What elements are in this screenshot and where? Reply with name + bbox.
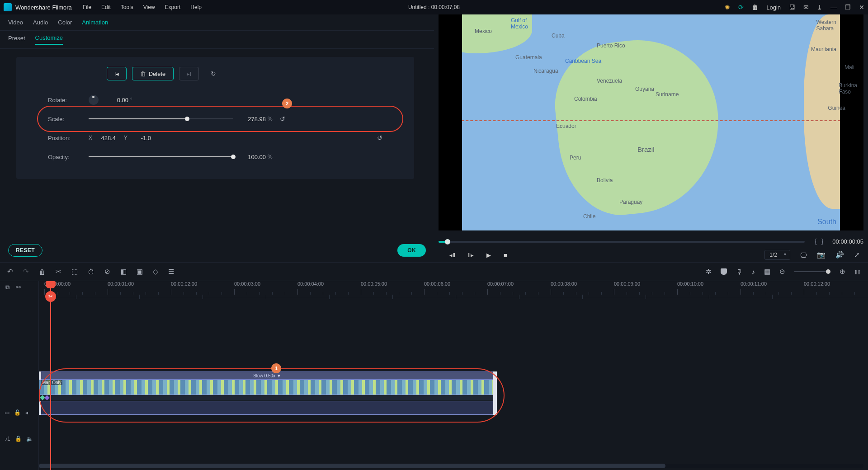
- menu-file[interactable]: File: [83, 4, 91, 10]
- save-icon[interactable]: 🖫: [789, 4, 795, 11]
- crop-icon[interactable]: ⬚: [71, 268, 78, 276]
- zoom-slider[interactable]: [794, 271, 830, 272]
- download-icon[interactable]: ⤓: [817, 4, 822, 11]
- lbl-chile: Chile: [583, 213, 595, 220]
- display-icon[interactable]: 🖵: [800, 251, 807, 259]
- zoom-fit-icon[interactable]: ⫿⫿: [854, 268, 861, 275]
- playback-progress[interactable]: [439, 238, 805, 244]
- clip-speed-label[interactable]: Slow 0.50x ▼: [39, 371, 495, 380]
- snapshot-icon[interactable]: 📷: [817, 251, 826, 259]
- step-back-icon[interactable]: ◂Ⅱ: [449, 252, 455, 258]
- menu-tools[interactable]: Tools: [121, 4, 133, 10]
- menu-edit[interactable]: Edit: [101, 4, 111, 10]
- subtab-preset[interactable]: Preset: [8, 35, 25, 44]
- step-forward-icon[interactable]: Ⅱ▸: [468, 252, 474, 258]
- lbl-guinea: Guinea: [828, 105, 845, 111]
- play-icon[interactable]: ▶: [486, 252, 491, 258]
- delete-icon[interactable]: 🗑: [752, 4, 758, 11]
- preview-quality-select[interactable]: 1/2: [764, 250, 790, 260]
- mix-icon[interactable]: ✲: [706, 268, 712, 276]
- ruler-tick: 00:00:09:00: [614, 281, 640, 287]
- rotate-label: Rotate:: [48, 97, 89, 103]
- playhead-grip-icon[interactable]: [46, 281, 56, 288]
- timeline[interactable]: ⧉ ⚯ ▭ 🔓 ◂ ♪1 🔓 🔈 00:00:00:0000:00:01:000…: [0, 281, 868, 470]
- music-icon[interactable]: ♪: [752, 268, 755, 276]
- scale-slider[interactable]: [89, 116, 233, 122]
- close-button[interactable]: ✕: [859, 4, 864, 11]
- fullscreen-icon[interactable]: ⤢: [854, 251, 860, 259]
- update-icon[interactable]: ⟳: [738, 4, 744, 11]
- clip-name: Map Only: [41, 380, 62, 385]
- scale-reset-icon[interactable]: ↺: [280, 115, 285, 122]
- undo-icon[interactable]: ↶: [7, 268, 13, 276]
- opacity-input[interactable]: [243, 154, 266, 160]
- menu-help[interactable]: Help: [190, 4, 202, 10]
- mark-out-brace[interactable]: }: [821, 238, 824, 245]
- tab-color[interactable]: Color: [58, 19, 72, 26]
- green-screen-icon[interactable]: ▣: [137, 268, 143, 276]
- clip-audio-lane[interactable]: [39, 401, 495, 415]
- ok-button[interactable]: OK: [397, 244, 426, 257]
- time-ruler[interactable]: 00:00:00:0000:00:01:0000:00:02:0000:00:0…: [39, 281, 868, 298]
- tab-video[interactable]: Video: [8, 19, 23, 26]
- prev-keyframe-button[interactable]: I◂: [107, 67, 127, 80]
- voiceover-icon[interactable]: 🎙: [736, 268, 743, 276]
- maximize-button[interactable]: ❐: [845, 4, 851, 11]
- opacity-slider[interactable]: [89, 154, 233, 160]
- delete-clip-icon[interactable]: 🗑: [39, 268, 46, 276]
- volume-icon[interactable]: 🔊: [835, 251, 844, 259]
- clip-keyframe-lane[interactable]: [39, 395, 495, 401]
- subtab-customize[interactable]: Customize: [35, 34, 63, 45]
- menu-view[interactable]: View: [143, 4, 155, 10]
- video-track-header[interactable]: ▭ 🔓 ◂: [0, 397, 38, 428]
- message-icon[interactable]: ✉: [803, 4, 809, 11]
- mark-in-brace[interactable]: {: [815, 238, 817, 245]
- track-add-icon[interactable]: ⧉: [5, 284, 9, 291]
- color-icon[interactable]: ◧: [120, 268, 127, 276]
- mute-icon[interactable]: 🔈: [26, 436, 33, 442]
- timeline-scrollbar[interactable]: [39, 464, 863, 468]
- tab-animation[interactable]: Animation: [82, 19, 108, 26]
- delete-keyframe-button[interactable]: 🗑 Delete: [132, 67, 174, 80]
- minimize-button[interactable]: —: [830, 4, 837, 11]
- adjust-icon[interactable]: ☰: [168, 268, 174, 276]
- redo-icon[interactable]: ↷: [23, 268, 29, 276]
- preview-viewport[interactable]: Gulf of Mexico Mexico Cuba Puerto Rico C…: [439, 14, 863, 230]
- next-keyframe-button: ▸I: [179, 67, 199, 80]
- speed-icon[interactable]: ⏱: [88, 268, 94, 276]
- rotate-input[interactable]: [106, 97, 128, 103]
- video-clip[interactable]: Slow 0.50x ▼ ▶ Map Only: [39, 371, 495, 415]
- playhead[interactable]: ✂: [50, 281, 51, 470]
- lbl-guat: Guatemala: [515, 54, 542, 61]
- lock-icon[interactable]: 🔓: [15, 436, 22, 442]
- tab-audio[interactable]: Audio: [33, 19, 48, 26]
- split-icon[interactable]: ✂: [56, 268, 61, 276]
- marker-icon[interactable]: [721, 268, 727, 275]
- position-reset-icon[interactable]: ↺: [377, 134, 382, 141]
- pos-x-input[interactable]: [95, 135, 116, 141]
- keyframe-diamond-2[interactable]: [44, 395, 49, 400]
- scale-input[interactable]: [243, 116, 266, 122]
- playhead-scissors-icon[interactable]: ✂: [45, 291, 56, 302]
- lbl-venez: Venezuela: [597, 78, 622, 84]
- freeze-icon[interactable]: ⊘: [104, 268, 110, 276]
- refresh-keyframe-icon[interactable]: ↻: [211, 70, 216, 77]
- zoom-in-icon[interactable]: ⊕: [840, 268, 845, 276]
- pos-y-input[interactable]: [130, 135, 151, 141]
- link-icon[interactable]: ⚯: [16, 284, 21, 291]
- login-link[interactable]: Login: [766, 4, 781, 11]
- render-icon[interactable]: ▦: [764, 268, 770, 276]
- stop-icon[interactable]: ■: [504, 252, 507, 258]
- ruler-tick: 00:00:01:00: [108, 281, 134, 287]
- lock-icon[interactable]: 🔓: [14, 409, 21, 416]
- reset-button[interactable]: RESET: [8, 244, 42, 257]
- zoom-out-icon[interactable]: ⊖: [779, 268, 785, 276]
- rotate-dial[interactable]: [89, 95, 99, 105]
- menu-export[interactable]: Export: [165, 4, 181, 10]
- keyframe-icon[interactable]: ◇: [153, 268, 158, 276]
- lbl-wsah: Western Sahara: [816, 19, 836, 32]
- tips-icon[interactable]: ✺: [725, 4, 730, 11]
- audio-track-header[interactable]: ♪1 🔓 🔈: [0, 432, 38, 446]
- visibility-icon[interactable]: ◂: [25, 409, 28, 416]
- timeline-toolbar: ↶ ↷ 🗑 ✂ ⬚ ⏱ ⊘ ◧ ▣ ◇ ☰ ✲ 🎙 ♪ ▦ ⊖ ⊕ ⫿⫿: [0, 262, 868, 281]
